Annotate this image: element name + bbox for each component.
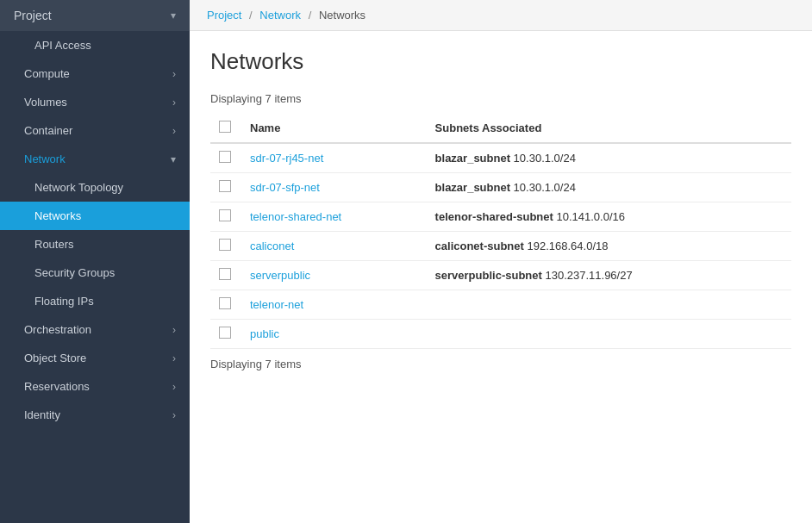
- subnet-ip: 10.30.1.0/24: [510, 181, 576, 194]
- breadcrumb-network[interactable]: Network: [259, 9, 301, 22]
- sidebar-project-label: Project: [14, 9, 52, 22]
- subnet-ip: 10.30.1.0/24: [510, 152, 576, 165]
- chevron-right-icon: ›: [172, 68, 176, 80]
- chevron-right-icon: ›: [172, 97, 176, 109]
- table-row: sdr-07-rj45-netblazar_subnet 10.30.1.0/2…: [210, 143, 791, 173]
- table-row: telenor-shared-nettelenor-shared-subnet …: [210, 202, 791, 232]
- select-all-checkbox[interactable]: [210, 114, 241, 143]
- subnet-associated: telenor-shared-subnet 10.141.0.0/16: [427, 202, 791, 232]
- row-checkbox[interactable]: [219, 180, 231, 192]
- subnet-name: caliconet-subnet: [435, 240, 524, 252]
- networks-table: Name Subnets Associated sdr-07-rj45-netb…: [210, 114, 791, 349]
- subnet-name: serverpublic-subnet: [435, 269, 542, 282]
- network-name-link[interactable]: telenor-net: [250, 298, 303, 311]
- subnet-ip: 192.168.64.0/18: [524, 240, 609, 252]
- subnet-associated: [427, 320, 791, 349]
- network-name-link[interactable]: public: [250, 327, 279, 340]
- chevron-right-icon: ›: [172, 352, 176, 364]
- chevron-right-icon: ›: [172, 324, 176, 336]
- network-name-link[interactable]: telenor-shared-net: [250, 210, 341, 223]
- row-checkbox[interactable]: [219, 209, 231, 221]
- col-subnets: Subnets Associated: [427, 114, 791, 143]
- table-row: public: [210, 320, 791, 349]
- breadcrumb-sep1: /: [249, 9, 253, 22]
- sidebar-item-floating-ips[interactable]: Floating IPs: [0, 287, 190, 315]
- row-checkbox[interactable]: [219, 327, 231, 339]
- subnet-associated: [427, 290, 791, 320]
- sidebar-item-networks[interactable]: Networks: [0, 202, 190, 230]
- sidebar-item-object-store[interactable]: Object Store ›: [0, 344, 190, 372]
- subnet-ip: 10.141.0.0/16: [553, 210, 625, 223]
- sidebar-item-reservations[interactable]: Reservations ›: [0, 372, 190, 401]
- table-row: serverpublicserverpublic-subnet 130.237.…: [210, 261, 791, 290]
- subnet-name: telenor-shared-subnet: [435, 210, 553, 223]
- row-checkbox[interactable]: [219, 268, 231, 280]
- subnet-associated: blazar_subnet 10.30.1.0/24: [427, 143, 791, 173]
- content-area: Networks Displaying 7 items Name Subnets…: [190, 31, 812, 523]
- subnet-associated: serverpublic-subnet 130.237.11.96/27: [427, 261, 791, 290]
- network-name-link[interactable]: caliconet: [250, 240, 294, 252]
- row-checkbox[interactable]: [219, 151, 231, 163]
- sidebar-item-container[interactable]: Container ›: [0, 116, 190, 145]
- table-row: telenor-net: [210, 290, 791, 320]
- sidebar: Project ▾ API Access Compute › Volumes ›…: [0, 0, 190, 523]
- sidebar-item-security-groups[interactable]: Security Groups: [0, 258, 190, 287]
- subnet-associated: caliconet-subnet 192.168.64.0/18: [427, 232, 791, 261]
- col-name: Name: [241, 114, 427, 143]
- network-name-link[interactable]: sdr-07-rj45-net: [250, 152, 323, 165]
- display-count-bottom: Displaying 7 items: [210, 349, 791, 370]
- sidebar-item-network[interactable]: Network ▾: [0, 145, 190, 173]
- row-checkbox[interactable]: [219, 297, 231, 309]
- chevron-right-icon: ›: [172, 381, 176, 393]
- sidebar-item-routers[interactable]: Routers: [0, 230, 190, 258]
- subnet-ip: 130.237.11.96/27: [542, 269, 633, 282]
- table-row: caliconetcaliconet-subnet 192.168.64.0/1…: [210, 232, 791, 261]
- display-count-top: Displaying 7 items: [210, 92, 791, 105]
- breadcrumb-project[interactable]: Project: [207, 9, 241, 22]
- table-row: sdr-07-sfp-netblazar_subnet 10.30.1.0/24: [210, 173, 791, 202]
- sidebar-item-identity[interactable]: Identity ›: [0, 401, 190, 429]
- chevron-down-icon: ▾: [171, 153, 176, 165]
- subnet-associated: blazar_subnet 10.30.1.0/24: [427, 173, 791, 202]
- row-checkbox[interactable]: [219, 239, 231, 251]
- sidebar-item-network-topology[interactable]: Network Topology: [0, 173, 190, 202]
- breadcrumb-sep2: /: [309, 9, 312, 22]
- breadcrumb-current: Networks: [319, 9, 365, 22]
- page-title: Networks: [210, 48, 791, 75]
- chevron-right-icon: ›: [172, 409, 176, 421]
- breadcrumb: Project / Network / Networks: [190, 0, 812, 31]
- network-name-link[interactable]: sdr-07-sfp-net: [250, 181, 320, 194]
- sidebar-item-orchestration[interactable]: Orchestration ›: [0, 315, 190, 344]
- main-content: Project / Network / Networks Networks Di…: [190, 0, 812, 523]
- sidebar-item-api-access[interactable]: API Access: [0, 31, 190, 59]
- chevron-right-icon: ›: [172, 125, 176, 137]
- network-name-link[interactable]: serverpublic: [250, 269, 310, 282]
- sidebar-item-volumes[interactable]: Volumes ›: [0, 88, 190, 116]
- chevron-down-icon: ▾: [171, 9, 176, 22]
- subnet-name: blazar_subnet: [435, 152, 510, 165]
- sidebar-item-project[interactable]: Project ▾: [0, 0, 190, 31]
- header-checkbox[interactable]: [219, 121, 231, 133]
- subnet-name: blazar_subnet: [435, 181, 510, 194]
- sidebar-item-compute[interactable]: Compute ›: [0, 59, 190, 88]
